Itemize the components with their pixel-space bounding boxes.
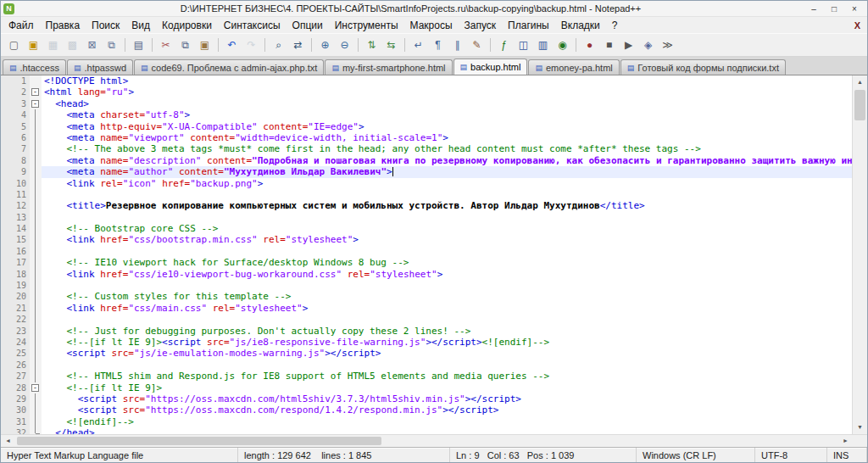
word-wrap-button[interactable]: ↵ — [409, 36, 427, 54]
code-text[interactable]: </head> — [42, 427, 852, 434]
find-button[interactable]: ⌕ — [270, 36, 287, 54]
user-defined-language-button[interactable]: ✎ — [468, 36, 486, 54]
close-button[interactable]: × — [844, 3, 865, 15]
tab[interactable]: ▤Готовый код формы подписки.txt — [620, 59, 786, 75]
code-text[interactable]: <title>Резервное копирование компьютерны… — [42, 200, 852, 211]
scroll-right-arrow[interactable]: ► — [838, 435, 853, 447]
minimize-button[interactable]: – — [804, 3, 824, 15]
code-text[interactable]: <!-- Bootstrap core CSS --> — [42, 223, 852, 234]
code-text[interactable]: <!-- IE10 viewport hack for Surface/desk… — [42, 257, 852, 268]
menu-item[interactable]: Вкладки — [555, 18, 606, 33]
save-all-button[interactable]: ▩ — [64, 36, 81, 54]
code-text[interactable]: <link href="css/bootstrap.min.css" rel="… — [42, 234, 852, 245]
cut-button[interactable]: ✂ — [157, 36, 175, 54]
code-text[interactable]: <!-- Custom styles for this template --> — [42, 291, 852, 302]
code-text[interactable]: <!-- The above 3 meta tags *must* come f… — [42, 143, 852, 154]
code-text[interactable] — [42, 360, 852, 371]
close-button[interactable]: ⊠ — [83, 36, 101, 54]
menu-item[interactable]: Кодировки — [156, 18, 218, 33]
save-macro-button[interactable]: ◈ — [639, 36, 657, 54]
menu-item[interactable]: Синтаксисы — [218, 18, 287, 33]
document-map-button[interactable]: ◫ — [515, 36, 532, 54]
run-macro-multiple-times-button[interactable]: ≫ — [659, 36, 676, 54]
code-text[interactable]: <!--[if lt IE 9]><script src="js/ie8-res… — [42, 337, 852, 348]
play-macro-button[interactable]: ▶ — [620, 36, 637, 54]
menu-item[interactable]: Поиск — [86, 18, 125, 33]
tab[interactable]: ▤backup.html — [453, 59, 528, 75]
code-text[interactable]: <head> — [42, 98, 852, 109]
code-text[interactable]: <html lang="ru"> — [42, 86, 852, 98]
code-text[interactable]: <script src="https://oss.maxcdn.com/resp… — [42, 404, 852, 416]
scroll-up-arrow[interactable]: ▲ — [853, 75, 867, 89]
zoom-out-button[interactable]: ⊖ — [336, 36, 353, 54]
menu-item[interactable]: Правка — [40, 18, 86, 33]
menu-item[interactable]: Макросы — [404, 18, 459, 33]
code-text[interactable]: <meta name="description" content="Подроб… — [42, 155, 852, 166]
code-text[interactable]: <!-- HTML5 shim and Respond.js for IE8 s… — [42, 371, 852, 382]
vertical-scroll-track[interactable] — [853, 89, 867, 421]
horizontal-scroll-track[interactable] — [15, 435, 838, 447]
code-text[interactable] — [42, 280, 852, 291]
menu-item[interactable]: Запуск — [459, 18, 503, 33]
tab[interactable]: ▤.htaccess — [3, 59, 66, 75]
sync-horizontal-scroll-button[interactable]: ⇆ — [382, 36, 400, 54]
monitoring-button[interactable]: ◉ — [554, 36, 571, 54]
fold-toggle[interactable]: - — [31, 384, 39, 392]
record-macro-button[interactable]: ● — [581, 36, 598, 54]
sync-vertical-scroll-button[interactable]: ⇅ — [363, 36, 381, 54]
horizontal-scrollbar[interactable]: ◄ ► — [1, 434, 867, 447]
replace-button[interactable]: ⇄ — [289, 36, 307, 54]
open-file-button[interactable]: ▣ — [25, 36, 42, 54]
code-text[interactable] — [42, 212, 852, 223]
code-area[interactable]: 1<!DOCTYPE html>2-<html lang="ru">3- <he… — [1, 75, 852, 434]
code-text[interactable]: <link href="css/main.css" rel="styleshee… — [42, 303, 852, 314]
code-text[interactable]: <link href="css/ie10-viewport-bug-workar… — [42, 269, 852, 280]
menubar-close-button[interactable]: X — [854, 20, 860, 31]
fold-toggle[interactable]: - — [31, 88, 39, 96]
redo-button[interactable]: ↷ — [242, 36, 260, 54]
code-text[interactable] — [42, 189, 852, 200]
code-text[interactable]: <!DOCTYPE html> — [42, 75, 852, 86]
show-indent-guide-button[interactable]: ∥ — [448, 36, 466, 54]
code-text[interactable]: <!-- Just for debugging purposes. Don't … — [42, 326, 852, 337]
menu-item[interactable]: Файл — [3, 18, 40, 33]
show-all-characters-button[interactable]: ¶ — [429, 36, 447, 54]
close-all-button[interactable]: ⧉ — [103, 36, 120, 54]
document-switcher-button[interactable]: ▥ — [534, 36, 552, 54]
function-list-button[interactable]: ƒ — [495, 36, 513, 54]
fold-toggle[interactable]: - — [31, 100, 39, 108]
paste-button[interactable]: ▣ — [196, 36, 214, 54]
vertical-scroll-thumb[interactable] — [854, 90, 865, 120]
code-text[interactable]: <!--[if lt IE 9]> — [42, 382, 852, 393]
save-button[interactable]: ▦ — [44, 36, 62, 54]
vertical-scrollbar[interactable]: ▲ ▼ — [852, 75, 867, 434]
code-text[interactable]: <meta name="author" content="Мухутдинов … — [42, 166, 852, 177]
code-text[interactable] — [42, 246, 852, 257]
code-text[interactable]: <![endif]--> — [42, 416, 852, 427]
menu-item[interactable]: Инструменты — [329, 18, 404, 33]
code-text[interactable]: <script src="js/ie-emulation-modes-warni… — [42, 348, 852, 359]
horizontal-scroll-thumb[interactable] — [17, 437, 381, 445]
scroll-down-arrow[interactable]: ▼ — [853, 421, 867, 434]
menu-item[interactable]: Вид — [125, 18, 156, 33]
code-text[interactable]: <meta http-equiv="X-UA-Compatible" conte… — [42, 121, 852, 132]
tab[interactable]: ▤.htpasswd — [67, 59, 133, 75]
copy-button[interactable]: ⧉ — [176, 36, 194, 54]
new-file-button[interactable]: ▢ — [5, 36, 23, 54]
code-text[interactable]: <script src="https://oss.maxcdn.com/html… — [42, 393, 852, 404]
tab[interactable]: ▤my-first-smartphone.html — [325, 59, 452, 75]
menu-item[interactable]: ? — [606, 18, 624, 33]
maximize-button[interactable]: □ — [824, 3, 844, 15]
code-text[interactable] — [42, 314, 852, 325]
stop-recording-button[interactable]: ■ — [600, 36, 618, 54]
tab[interactable]: ▤emoney-pa.html — [528, 59, 619, 75]
code-text[interactable]: <meta charset="utf-8"> — [42, 109, 852, 120]
menu-item[interactable]: Плагины — [502, 18, 555, 33]
zoom-in-button[interactable]: ⊕ — [316, 36, 334, 54]
menu-item[interactable]: Опции — [287, 18, 329, 33]
code-text[interactable]: <meta name="viewport" content="width=dev… — [42, 132, 852, 143]
undo-button[interactable]: ↶ — [223, 36, 241, 54]
tab[interactable]: ▤code69. Проблема с admin-ajax.php.txt — [134, 59, 324, 75]
scroll-left-arrow[interactable]: ◄ — [1, 435, 15, 447]
code-text[interactable]: <link rel="icon" href="backup.png"> — [42, 178, 852, 189]
